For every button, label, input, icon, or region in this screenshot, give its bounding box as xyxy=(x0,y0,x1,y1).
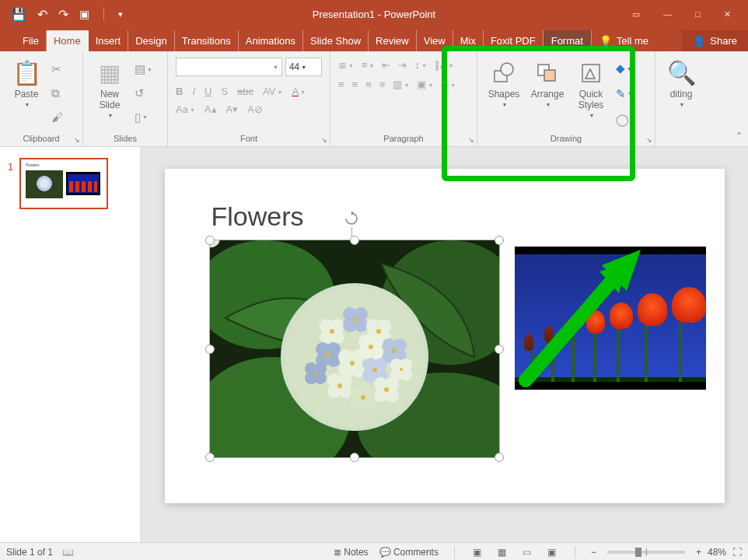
tab-animations[interactable]: Animations xyxy=(239,30,303,51)
resize-handle-top-left[interactable] xyxy=(205,236,215,245)
tab-review[interactable]: Review xyxy=(369,30,417,51)
strike-button[interactable]: abc xyxy=(237,86,253,97)
font-dialog-launcher-icon[interactable]: ↘ xyxy=(321,136,327,144)
shadow-button[interactable]: S xyxy=(221,86,228,97)
reset-icon[interactable]: ↺ xyxy=(135,86,152,101)
qat-customize-icon[interactable]: ▾ xyxy=(118,9,123,19)
maximize-icon[interactable]: □ xyxy=(695,9,701,19)
resize-handle-top-mid[interactable] xyxy=(350,236,359,245)
reading-view-icon[interactable]: ▭ xyxy=(520,547,534,558)
underline-button[interactable]: U xyxy=(204,86,211,97)
line-spacing-button[interactable]: ↕▼ xyxy=(414,59,426,71)
justify-button[interactable]: ≡ xyxy=(379,79,386,90)
redo-icon[interactable]: ↷ xyxy=(58,7,68,22)
resize-handle-bot-left[interactable] xyxy=(205,453,215,462)
arrange-button[interactable]: Arrange ▼ xyxy=(526,54,569,132)
tab-file[interactable]: File xyxy=(16,30,47,51)
shapes-button[interactable]: Shapes ▼ xyxy=(482,54,526,132)
tab-foxit[interactable]: Foxit PDF xyxy=(484,30,544,51)
text-direction-button[interactable]: ‖A▼ xyxy=(435,59,454,71)
layout-icon[interactable]: ▤▼ xyxy=(135,61,152,77)
slide-title-text[interactable]: Flowers xyxy=(211,201,304,232)
tulips-picture[interactable] xyxy=(515,247,706,390)
smartart-button[interactable]: ◈▼ xyxy=(441,79,456,90)
align-left-button[interactable]: ≡ xyxy=(338,79,344,90)
resize-handle-bot-right[interactable] xyxy=(495,453,504,462)
start-from-beginning-icon[interactable]: ▣ xyxy=(79,8,89,20)
new-slide-button[interactable]: ▦ New Slide ▼ xyxy=(88,54,131,132)
resize-handle-top-right[interactable] xyxy=(495,236,504,245)
resize-handle-mid-left[interactable] xyxy=(205,345,215,354)
slideshow-view-icon[interactable]: ▣ xyxy=(545,547,559,558)
cut-icon[interactable]: ✂ xyxy=(51,61,63,77)
minimize-icon[interactable]: — xyxy=(663,9,672,19)
zoom-slider[interactable] xyxy=(607,551,685,554)
slide-canvas-area[interactable]: Flowers xyxy=(141,147,748,542)
normal-view-icon[interactable]: ▣ xyxy=(470,547,484,558)
zoom-slider-thumb[interactable] xyxy=(635,548,641,557)
section-icon[interactable]: ▯▼ xyxy=(135,110,152,125)
tab-insert[interactable]: Insert xyxy=(89,30,129,51)
font-size-dropdown[interactable]: 44▼ xyxy=(285,58,322,76)
character-spacing-button[interactable]: AV▼ xyxy=(263,86,282,97)
decrease-font-button[interactable]: A▾ xyxy=(226,103,239,115)
notes-button[interactable]: ≣ Notes xyxy=(334,547,369,558)
quick-styles-button[interactable]: Quick Styles ▼ xyxy=(569,54,613,132)
format-painter-icon[interactable]: 🖌 xyxy=(51,110,63,125)
tab-transitions[interactable]: Transitions xyxy=(175,30,239,51)
close-icon[interactable]: ✕ xyxy=(724,9,731,19)
columns-button[interactable]: ▥▼ xyxy=(393,79,409,90)
fit-to-window-icon[interactable]: ⛶ xyxy=(732,547,742,558)
editing-button[interactable]: 🔍 diting ▼ xyxy=(660,54,702,145)
slide-thumbnail-number: 1 xyxy=(8,158,13,173)
shape-effects-button[interactable]: ◯▼ xyxy=(616,112,636,128)
bold-button[interactable]: B xyxy=(176,86,183,97)
comments-button[interactable]: 💬 Comments xyxy=(379,547,439,558)
shape-outline-button[interactable]: ✎▼ xyxy=(616,86,636,102)
tab-mix[interactable]: Mix xyxy=(453,30,484,51)
font-family-dropdown[interactable]: ▼ xyxy=(176,58,282,76)
spellcheck-icon[interactable]: 📖 xyxy=(62,547,74,558)
tab-design[interactable]: Design xyxy=(128,30,174,51)
increase-font-button[interactable]: A▴ xyxy=(204,103,217,115)
undo-icon[interactable]: ↶ xyxy=(37,7,47,22)
rotate-handle-icon[interactable] xyxy=(343,210,360,227)
italic-button[interactable]: I xyxy=(192,86,195,97)
resize-handle-mid-right[interactable] xyxy=(495,345,504,354)
sorter-view-icon[interactable]: ▦ xyxy=(495,547,509,558)
decrease-indent-button[interactable]: ⇤ xyxy=(382,59,390,71)
tab-slideshow[interactable]: Slide Show xyxy=(303,30,369,51)
selected-picture[interactable] xyxy=(210,240,499,457)
change-case-button[interactable]: Aa▼ xyxy=(176,103,195,115)
arrange-icon xyxy=(536,58,559,89)
save-icon[interactable]: 💾 xyxy=(11,7,26,22)
bullets-button[interactable]: ≣▼ xyxy=(338,59,354,71)
shape-fill-button[interactable]: ◆▼ xyxy=(616,61,636,76)
align-text-button[interactable]: ▣▼ xyxy=(417,79,433,90)
zoom-out-button[interactable]: − xyxy=(591,547,596,558)
copy-icon[interactable]: ⧉ xyxy=(51,86,63,101)
slide-thumbnail[interactable]: Flowers xyxy=(19,158,108,209)
tab-view[interactable]: View xyxy=(417,30,453,51)
zoom-percent[interactable]: 48% xyxy=(708,547,726,558)
clear-formatting-button[interactable]: A⊘ xyxy=(247,103,263,115)
resize-handle-bot-mid[interactable] xyxy=(350,453,359,462)
tell-me-search[interactable]: 💡 Tell me xyxy=(592,30,656,51)
zoom-in-button[interactable]: + xyxy=(696,547,701,558)
increase-indent-button[interactable]: ⇥ xyxy=(398,59,407,71)
tab-home[interactable]: Home xyxy=(47,30,89,51)
font-color-button[interactable]: A▼ xyxy=(292,86,306,97)
hydrangea-picture-icon xyxy=(210,240,499,457)
ribbon-display-options-icon[interactable]: ▭ xyxy=(632,9,640,19)
paragraph-dialog-launcher-icon[interactable]: ↘ xyxy=(468,136,474,144)
numbering-button[interactable]: ≡▼ xyxy=(362,59,375,71)
clipboard-dialog-launcher-icon[interactable]: ↘ xyxy=(74,136,80,144)
share-button[interactable]: 👤 Share xyxy=(682,30,748,51)
clipboard-group-label: Clipboard xyxy=(5,132,78,145)
align-center-button[interactable]: ≡ xyxy=(352,79,358,90)
paste-button[interactable]: 📋 Paste ▼ xyxy=(5,54,48,132)
align-right-button[interactable]: ≡ xyxy=(365,79,372,90)
drawing-dialog-launcher-icon[interactable]: ↘ xyxy=(646,136,652,144)
tab-format[interactable]: Format xyxy=(544,30,592,51)
collapse-ribbon-icon[interactable]: ˄ xyxy=(736,131,742,143)
